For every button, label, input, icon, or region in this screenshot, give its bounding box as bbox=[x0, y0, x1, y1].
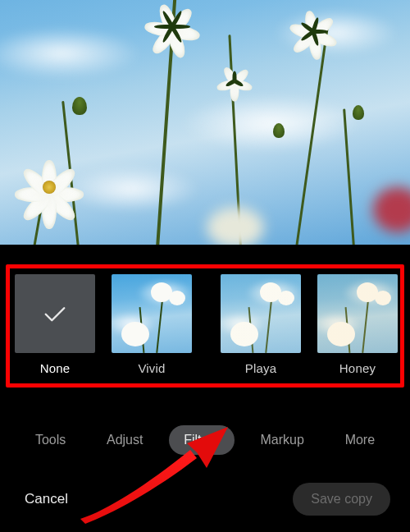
filter-item-honey[interactable]: Honey bbox=[318, 274, 397, 375]
photo-preview[interactable] bbox=[0, 0, 410, 245]
check-icon bbox=[40, 299, 70, 328]
filter-thumb-vivid bbox=[112, 274, 192, 353]
filter-item-vivid[interactable]: Vivid bbox=[112, 274, 192, 375]
filter-thumb-honey bbox=[317, 274, 398, 353]
cancel-button[interactable]: Cancel bbox=[25, 491, 68, 507]
filter-label: None bbox=[40, 361, 71, 375]
tab-filters[interactable]: Filters bbox=[169, 425, 235, 455]
bottom-action-bar: Cancel Save copy bbox=[0, 481, 410, 517]
tab-markup[interactable]: Markup bbox=[246, 425, 319, 455]
tab-adjust[interactable]: Adjust bbox=[92, 425, 157, 455]
editor-tabs: Tools Adjust Filters Markup More bbox=[0, 419, 410, 461]
filter-item-none[interactable]: None bbox=[15, 274, 95, 375]
save-copy-button[interactable]: Save copy bbox=[293, 483, 390, 516]
filter-thumb-none bbox=[15, 274, 95, 353]
filter-label: Playa bbox=[245, 361, 277, 375]
photo-editor: None Vivid bbox=[0, 0, 410, 532]
filter-label: Honey bbox=[339, 361, 376, 375]
tab-tools[interactable]: Tools bbox=[20, 425, 80, 455]
filters-strip[interactable]: None Vivid bbox=[15, 274, 410, 378]
tab-more[interactable]: More bbox=[330, 425, 390, 455]
filter-item-playa[interactable]: Playa bbox=[221, 274, 300, 375]
filter-label: Vivid bbox=[138, 361, 165, 375]
filter-thumb-playa bbox=[221, 274, 301, 353]
